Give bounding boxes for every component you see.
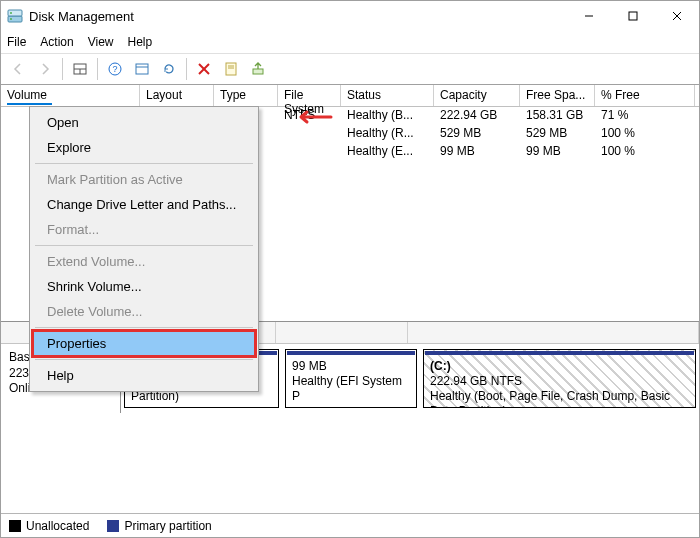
cell-status: Healthy (R...: [341, 125, 434, 143]
col-capacity[interactable]: Capacity: [434, 85, 520, 106]
app-icon: [7, 8, 23, 24]
column-headers: Volume Layout Type File System Status Ca…: [1, 85, 699, 107]
toolbar-separator: [97, 58, 98, 80]
svg-rect-5: [629, 12, 637, 20]
properties-icon[interactable]: [218, 56, 244, 82]
cell-capacity: 529 MB: [434, 125, 520, 143]
cell-free: 99 MB: [520, 143, 595, 161]
blank-area: [1, 413, 699, 507]
ctx-explore[interactable]: Explore: [33, 135, 255, 160]
maximize-button[interactable]: [611, 1, 655, 31]
menu-file[interactable]: File: [7, 35, 26, 49]
ctx-help[interactable]: Help: [33, 363, 255, 388]
swatch-primary-icon: [107, 520, 119, 532]
rescan-icon[interactable]: [156, 56, 182, 82]
partition-stripe: [425, 351, 694, 355]
cell-pct: 100 %: [595, 143, 695, 161]
partition-efi[interactable]: 99 MB Healthy (EFI System P: [285, 349, 417, 408]
legend: Unallocated Primary partition: [1, 513, 699, 537]
partition-title: (C:): [430, 359, 689, 374]
cell-fs: [278, 143, 341, 161]
cell-status: Healthy (E...: [341, 143, 434, 161]
partition-desc: Healthy (EFI System P: [292, 374, 410, 404]
ctx-change-letter[interactable]: Change Drive Letter and Paths...: [33, 192, 255, 217]
col-free[interactable]: Free Spa...: [520, 85, 595, 106]
col-type[interactable]: Type: [214, 85, 278, 106]
legend-unallocated-label: Unallocated: [26, 519, 89, 533]
ctx-properties[interactable]: Properties: [33, 331, 255, 356]
swatch-unallocated-icon: [9, 520, 21, 532]
partition-stripe: [287, 351, 415, 355]
ctx-separator: [35, 327, 253, 328]
ctx-separator: [35, 163, 253, 164]
partition-desc: Healthy (Boot, Page File, Crash Dump, Ba…: [430, 389, 689, 408]
col-pctfree[interactable]: % Free: [595, 85, 695, 106]
toolbar: ?: [1, 53, 699, 85]
col-filesystem[interactable]: File System: [278, 85, 341, 106]
cell-free: 158.31 GB: [520, 107, 595, 125]
partition-size: 99 MB: [292, 359, 410, 374]
cell-status: Healthy (B...: [341, 107, 434, 125]
menu-help[interactable]: Help: [128, 35, 153, 49]
legend-unallocated: Unallocated: [9, 519, 89, 533]
ctx-open[interactable]: Open: [33, 110, 255, 135]
menu-action[interactable]: Action: [40, 35, 73, 49]
ctx-mark-active: Mark Partition as Active: [33, 167, 255, 192]
window-controls: [567, 1, 699, 31]
menu-bar: File Action View Help: [1, 31, 699, 53]
layout-icon[interactable]: [67, 56, 93, 82]
context-menu: Open Explore Mark Partition as Active Ch…: [29, 106, 259, 392]
legend-primary-label: Primary partition: [124, 519, 211, 533]
menu-view[interactable]: View: [88, 35, 114, 49]
back-icon[interactable]: [5, 56, 31, 82]
ctx-format: Format...: [33, 217, 255, 242]
delete-icon[interactable]: [191, 56, 217, 82]
close-button[interactable]: [655, 1, 699, 31]
action-icon[interactable]: [245, 56, 271, 82]
svg-rect-17: [226, 63, 236, 75]
col-status[interactable]: Status: [341, 85, 434, 106]
toolbar-separator: [186, 58, 187, 80]
forward-icon[interactable]: [32, 56, 58, 82]
svg-point-2: [10, 12, 12, 14]
toolbar-separator: [62, 58, 63, 80]
cell-pct: 71 %: [595, 107, 695, 125]
ctx-delete: Delete Volume...: [33, 299, 255, 324]
svg-rect-20: [253, 69, 263, 74]
partition-size: 222.94 GB NTFS: [430, 374, 689, 389]
ctx-shrink[interactable]: Shrink Volume...: [33, 274, 255, 299]
minimize-button[interactable]: [567, 1, 611, 31]
svg-text:?: ?: [112, 64, 117, 74]
legend-primary: Primary partition: [107, 519, 211, 533]
ctx-separator: [35, 359, 253, 360]
help-icon[interactable]: ?: [102, 56, 128, 82]
cell-capacity: 99 MB: [434, 143, 520, 161]
partition-c[interactable]: (C:) 222.94 GB NTFS Healthy (Boot, Page …: [423, 349, 696, 408]
cell-free: 529 MB: [520, 125, 595, 143]
cell-pct: 100 %: [595, 125, 695, 143]
col-layout[interactable]: Layout: [140, 85, 214, 106]
settings-icon[interactable]: [129, 56, 155, 82]
cell-capacity: 222.94 GB: [434, 107, 520, 125]
window-title: Disk Management: [29, 9, 567, 24]
ctx-extend: Extend Volume...: [33, 249, 255, 274]
callout-arrow-icon: [293, 109, 333, 128]
title-bar: Disk Management: [1, 1, 699, 31]
col-volume[interactable]: Volume: [1, 85, 140, 106]
svg-rect-13: [136, 64, 148, 74]
svg-point-3: [10, 18, 12, 20]
ctx-separator: [35, 245, 253, 246]
